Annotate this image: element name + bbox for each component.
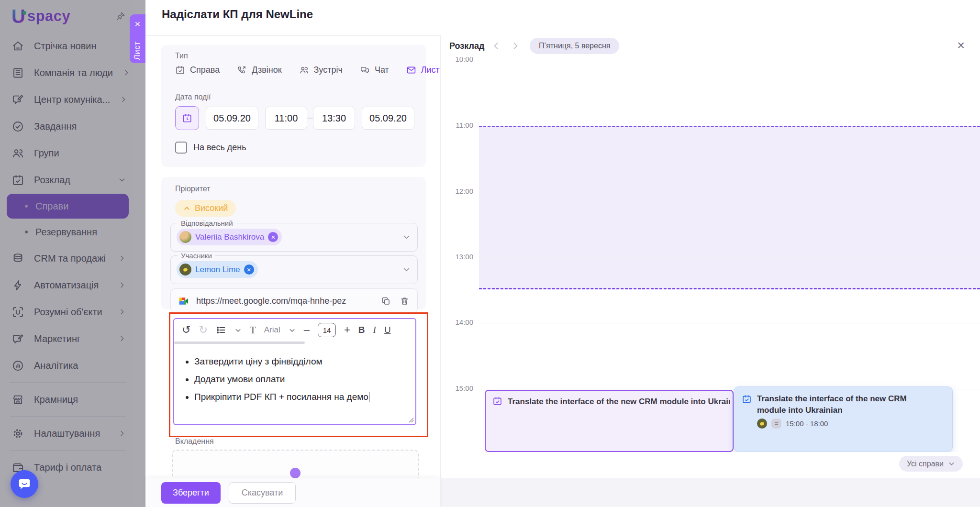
participant-chip[interactable]: Lemon Lime × <box>177 261 258 278</box>
editor-bullet[interactable]: Прикріпити PDF КП + посилання на демо <box>194 388 407 406</box>
priority-equal-icon: = <box>771 419 781 429</box>
responsible-chip[interactable]: Valeriia Bashkirova × <box>177 229 282 245</box>
responsible-label: Відповідальний <box>178 219 236 227</box>
priority-badge[interactable]: Високий <box>175 200 236 217</box>
next-day-icon[interactable] <box>511 41 520 51</box>
remove-chip-icon[interactable]: × <box>268 232 278 242</box>
cancel-button[interactable]: Скасувати <box>229 482 296 504</box>
time-label: 15:00 <box>444 384 473 392</box>
editor-bullet[interactable]: Додати умови оплати <box>194 370 407 388</box>
calendar-event[interactable]: Translate the interface of the new CRM m… <box>485 390 734 452</box>
details-panel: Пріоритет Високий Відповідальний Valerii… <box>161 177 426 309</box>
participants-select[interactable]: Учасники Lemon Lime × <box>170 255 418 284</box>
time-label: 12:00 <box>444 187 473 195</box>
type-label: Тип <box>175 52 188 60</box>
event-time: 15:00 - 18:00 <box>786 419 828 428</box>
close-icon[interactable]: × <box>957 39 965 52</box>
avatar <box>757 419 767 429</box>
toolbar-scrollbar[interactable] <box>174 342 305 344</box>
bullet-list-icon[interactable] <box>216 325 226 335</box>
calendar-event-tooltip[interactable]: Translate the interface of the new CRM m… <box>734 386 953 452</box>
event-calendar-icon <box>492 396 502 406</box>
time-label: 11:00 <box>444 121 473 129</box>
text-format-button[interactable]: T <box>250 324 256 336</box>
editor-bullet[interactable]: Затвердити ціну з фінвідділом <box>194 353 407 370</box>
responsible-chip-label: Valeriia Bashkirova <box>195 232 264 242</box>
all-day-checkbox[interactable] <box>175 142 187 154</box>
all-day-label: На весь день <box>193 143 246 153</box>
type-option-label: Дзвінок <box>252 65 281 75</box>
gridline <box>479 192 980 192</box>
filter-dropdown[interactable]: Усі справи <box>899 456 963 472</box>
chevron-down-icon <box>948 460 955 467</box>
avatar <box>179 231 191 243</box>
end-time-field[interactable]: 13:30 <box>313 107 355 130</box>
responsible-select[interactable]: Відповідальний Valeriia Bashkirova × <box>170 223 418 252</box>
decrease-font-button[interactable]: – <box>304 324 310 336</box>
font-family-select[interactable]: Arial <box>264 325 280 335</box>
calendar-selection-range[interactable] <box>479 126 980 289</box>
divider <box>145 35 440 36</box>
copy-icon[interactable] <box>381 296 391 306</box>
phone-icon <box>237 65 247 75</box>
editor-toolbar: ↺ ↻ T Arial – 14 + B I U <box>174 319 415 341</box>
type-selector: Справа Дзвінок Зустріч Чат Лист <box>175 65 440 75</box>
chevron-down-icon[interactable] <box>402 265 411 274</box>
google-meet-icon <box>178 295 189 307</box>
modal-backdrop[interactable] <box>0 0 145 507</box>
support-chat-button[interactable] <box>11 470 38 498</box>
avatar <box>179 264 191 276</box>
calendar-date-pill[interactable]: П’ятниця, 5 вересня <box>530 38 619 54</box>
detail-tab-lyst[interactable]: × Лист <box>130 14 145 63</box>
type-option-call[interactable]: Дзвінок <box>237 65 281 75</box>
type-date-panel: Тип Справа Дзвінок Зустріч Чат <box>161 45 426 167</box>
meeting-people-icon <box>299 65 309 75</box>
chevron-down-icon[interactable] <box>234 327 242 334</box>
type-option-chat[interactable]: Чат <box>360 65 389 75</box>
type-option-mail[interactable]: Лист <box>406 65 440 75</box>
end-date-field[interactable]: 05.09.20 <box>362 107 414 130</box>
mail-icon <box>406 65 416 75</box>
italic-button[interactable]: I <box>373 325 376 335</box>
bold-button[interactable]: B <box>358 325 365 335</box>
priority-value: Високий <box>195 203 228 213</box>
font-size-field[interactable]: 14 <box>318 323 336 337</box>
uspacy-app: U spacy Стрічка новин Компанія та люди Ц… <box>0 0 980 507</box>
start-date-field[interactable]: 05.09.20 <box>206 107 258 130</box>
chevron-down-icon[interactable] <box>402 233 411 241</box>
redo-icon[interactable]: ↻ <box>199 324 207 336</box>
modal-title: Надіслати КП для NewLine <box>162 8 313 21</box>
underline-button[interactable]: U <box>384 325 391 335</box>
resize-handle-icon[interactable] <box>408 417 414 423</box>
bottom-strip <box>440 478 980 507</box>
priority-label: Пріоритет <box>175 185 211 193</box>
trash-icon[interactable] <box>400 296 410 306</box>
date-label: Дата події <box>175 93 211 101</box>
gridline <box>479 323 980 323</box>
event-title: Translate the interface of the new CRM m… <box>508 397 730 407</box>
save-button[interactable]: Зберегти <box>161 482 221 504</box>
calendar-title: Розклад <box>449 41 484 51</box>
date-picker-button[interactable] <box>175 106 199 130</box>
type-option-meeting[interactable]: Зустріч <box>299 65 343 75</box>
start-time-field[interactable]: 11:00 <box>265 107 307 130</box>
prev-day-icon[interactable] <box>491 41 501 51</box>
type-option-label: Справа <box>190 65 220 75</box>
undo-icon[interactable]: ↺ <box>182 324 190 336</box>
schedule-panel: 10:00 11:00 12:00 13:00 14:00 15:00 Tran… <box>440 35 980 478</box>
filter-label: Усі справи <box>907 460 944 468</box>
time-label: 14:00 <box>444 318 473 326</box>
increase-font-button[interactable]: + <box>344 324 350 336</box>
chevron-down-icon[interactable] <box>289 327 296 334</box>
close-icon[interactable]: × <box>134 19 140 29</box>
rich-text-editor[interactable]: ↺ ↻ T Arial – 14 + B I U Затвердити ціну… <box>173 318 416 425</box>
type-option-task[interactable]: Справа <box>175 65 220 75</box>
date-row: 05.09.20 11:00 13:30 05.09.20 <box>175 106 414 130</box>
gridline <box>479 257 980 258</box>
remove-chip-icon[interactable]: × <box>244 265 254 275</box>
chat-bubble-icon <box>17 477 32 491</box>
type-option-label: Лист <box>421 65 440 75</box>
editor-content[interactable]: Затвердити ціну з фінвідділом Додати умо… <box>174 341 415 406</box>
meet-link-url[interactable]: https://meet.google.com/mqa-hnhe-pez <box>196 296 346 306</box>
detail-tab-label: Лист <box>133 42 143 60</box>
